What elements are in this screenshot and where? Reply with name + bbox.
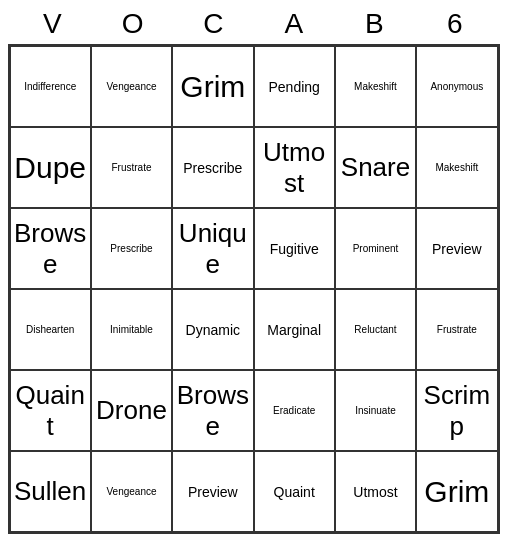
cell-0-3: Pending — [254, 46, 335, 127]
cell-3-3: Marginal — [254, 289, 335, 370]
title-letter-4: B — [334, 8, 415, 40]
cell-0-5: Anonymous — [416, 46, 497, 127]
cell-5-2: Preview — [172, 451, 253, 532]
cell-0-0: Indifference — [10, 46, 91, 127]
title-letter-2: C — [173, 8, 254, 40]
cell-0-2: Grim — [172, 46, 253, 127]
cell-3-5: Frustrate — [416, 289, 497, 370]
cell-2-0: Browse — [10, 208, 91, 289]
cell-5-3: Quaint — [254, 451, 335, 532]
cell-5-5: Grim — [416, 451, 497, 532]
cell-1-3: Utmost — [254, 127, 335, 208]
cell-3-0: Dishearten — [10, 289, 91, 370]
cell-4-1: Drone — [91, 370, 172, 451]
title-letter-5: 6 — [415, 8, 496, 40]
cell-5-0: Sullen — [10, 451, 91, 532]
cell-1-5: Makeshift — [416, 127, 497, 208]
cell-3-2: Dynamic — [172, 289, 253, 370]
bingo-grid: IndifferenceVengeanceGrimPendingMakeshif… — [8, 44, 500, 534]
cell-2-2: Unique — [172, 208, 253, 289]
cell-2-1: Prescribe — [91, 208, 172, 289]
title-row: VOCAB6 — [8, 8, 499, 40]
cell-2-3: Fugitive — [254, 208, 335, 289]
cell-1-1: Frustrate — [91, 127, 172, 208]
cell-2-5: Preview — [416, 208, 497, 289]
cell-1-4: Snare — [335, 127, 416, 208]
cell-1-0: Dupe — [10, 127, 91, 208]
cell-3-4: Reluctant — [335, 289, 416, 370]
cell-0-4: Makeshift — [335, 46, 416, 127]
cell-4-5: Scrimp — [416, 370, 497, 451]
title-letter-0: V — [12, 8, 93, 40]
cell-5-1: Vengeance — [91, 451, 172, 532]
title-letter-3: A — [254, 8, 335, 40]
cell-4-3: Eradicate — [254, 370, 335, 451]
cell-5-4: Utmost — [335, 451, 416, 532]
cell-0-1: Vengeance — [91, 46, 172, 127]
cell-3-1: Inimitable — [91, 289, 172, 370]
cell-4-4: Insinuate — [335, 370, 416, 451]
cell-4-0: Quaint — [10, 370, 91, 451]
cell-1-2: Prescribe — [172, 127, 253, 208]
cell-2-4: Prominent — [335, 208, 416, 289]
cell-4-2: Browse — [172, 370, 253, 451]
title-letter-1: O — [93, 8, 174, 40]
